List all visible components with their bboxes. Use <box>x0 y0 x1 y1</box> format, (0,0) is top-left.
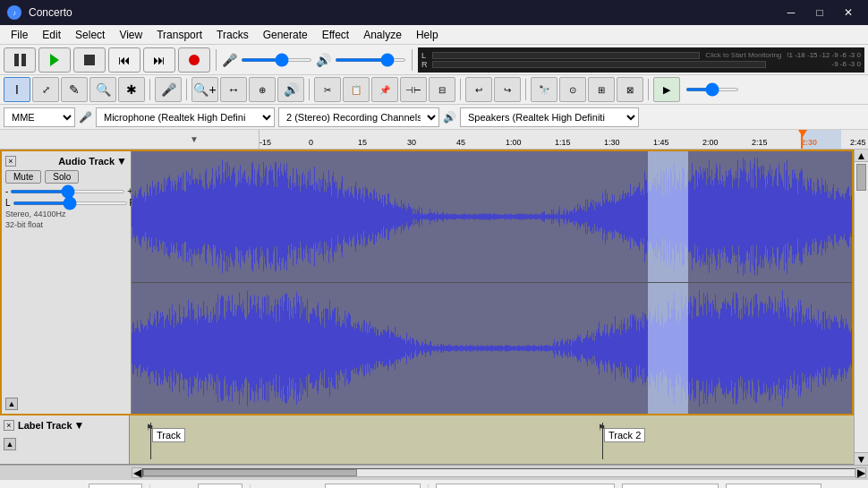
app-title: Concerto <box>29 6 779 19</box>
playback-speed-slider[interactable] <box>685 88 739 91</box>
audio-track-close[interactable]: × <box>5 156 16 167</box>
channels-select[interactable]: 2 (Stereo) Recording Channels <box>278 107 439 127</box>
waveform-canvas-element-bottom <box>132 283 852 414</box>
mic-tool-button[interactable]: 🎤 <box>155 77 182 102</box>
silence-button[interactable]: ⊟ <box>429 77 455 102</box>
ruler-tick-215: 2:15 <box>752 138 768 147</box>
timeline-ruler[interactable]: ▼ -15 0 15 30 45 1:00 1:15 1:30 1:45 2:0… <box>0 130 868 150</box>
label-track-name-area[interactable]: Label Track ▼ <box>18 419 84 432</box>
mic-icon-toolbar: 🎤 <box>79 111 92 124</box>
audio-track-waveform[interactable]: 1.0 0.0 -1.0 1.0 <box>132 151 852 414</box>
play-button[interactable] <box>38 47 71 73</box>
label-line2 <box>602 423 603 459</box>
hscroll-right-button[interactable]: ▶ <box>855 467 866 478</box>
hscroll-left-button[interactable]: ◀ <box>132 467 142 478</box>
envelope-tool-button[interactable]: ⤢ <box>32 77 59 102</box>
multi-tool-button[interactable]: ✱ <box>118 77 145 102</box>
vu-meter: L Click to Start Monitoring !1 -18 -15 -… <box>418 47 864 73</box>
zoom-in-button[interactable]: 🔍+ <box>191 77 218 102</box>
copy-button[interactable]: 📋 <box>343 77 370 102</box>
vscroll-down-button[interactable]: ▼ <box>855 452 868 465</box>
speaker-icon: 🔊 <box>316 53 331 67</box>
audio-track-name-area[interactable]: Audio Track ▼ <box>58 155 127 167</box>
skip-prev-button[interactable]: ⏮ <box>108 47 140 73</box>
titlebar: ♪ Concerto ─ □ ✕ <box>0 0 868 25</box>
zoom-out-button[interactable]: 🔭 <box>531 77 557 102</box>
hscroll-track <box>142 468 855 477</box>
play-speed-button[interactable]: ▶ <box>653 77 680 102</box>
toolbar-separator <box>216 49 217 71</box>
input-level-slider[interactable] <box>241 58 312 62</box>
zoom-sel-button[interactable]: ⊕ <box>249 77 276 102</box>
redo-button[interactable]: ↪ <box>494 77 521 102</box>
select-tool-button[interactable]: I <box>4 77 30 102</box>
sep5 <box>525 79 526 100</box>
waveform-canvas-top <box>132 151 852 282</box>
pause-button[interactable] <box>4 47 36 73</box>
menu-generate[interactable]: Generate <box>256 27 315 43</box>
speaker-tool-button[interactable]: 🔊 <box>277 77 304 102</box>
output-level-slider[interactable] <box>335 58 406 62</box>
mute-button[interactable]: Mute <box>5 170 41 184</box>
zoom-fit-button[interactable]: ↔ <box>220 77 247 102</box>
zoom-custom-button[interactable]: ⊠ <box>617 77 643 102</box>
label-line1 <box>150 423 151 459</box>
menu-edit[interactable]: Edit <box>35 27 68 43</box>
audio-track-dropdown-icon: ▼ <box>116 155 127 167</box>
trim-button[interactable]: ⊣⊢ <box>400 77 427 102</box>
ruler-label-area: ▼ <box>130 130 260 149</box>
vu-monitor-label: Click to Start Monitoring <box>705 51 781 59</box>
selection-mode-select[interactable]: Start and End of Selection <box>436 484 615 489</box>
playhead-arrow <box>798 130 807 137</box>
ruler-tick-145: 1:45 <box>653 138 669 147</box>
vscroll-thumb[interactable] <box>856 164 866 191</box>
audio-track-collapse[interactable]: ▲ <box>5 398 18 410</box>
speaker-select[interactable]: Speakers (Realtek High Definiti <box>460 107 639 127</box>
audio-channel-top: 1.0 0.0 -1.0 <box>132 151 852 283</box>
close-button[interactable]: ✕ <box>836 4 861 21</box>
vscroll-up-button[interactable]: ▲ <box>855 150 868 162</box>
menu-help[interactable]: Help <box>409 27 446 43</box>
tracks-with-scroll: × Audio Track ▼ Mute Solo - + <box>0 150 868 465</box>
solo-button[interactable]: Solo <box>45 170 79 184</box>
gain-control: - + <box>5 186 127 196</box>
playhead <box>801 130 803 149</box>
label-track-close[interactable]: × <box>4 420 14 431</box>
menu-effect[interactable]: Effect <box>315 27 356 43</box>
ruler-tick-15: 15 <box>358 138 367 147</box>
undo-button[interactable]: ↩ <box>465 77 492 102</box>
pencil-tool-button[interactable]: ✎ <box>61 77 88 102</box>
menu-view[interactable]: View <box>112 27 149 43</box>
menu-transport[interactable]: Transport <box>149 27 209 43</box>
zoom-tool-button[interactable]: 🔍 <box>89 77 116 102</box>
minimize-button[interactable]: ─ <box>779 4 804 21</box>
skip-next-button[interactable]: ⏭ <box>143 47 175 73</box>
vu-bar-left: L Click to Start Monitoring !1 -18 -15 -… <box>421 51 861 60</box>
pan-left-label: L <box>5 198 11 208</box>
menu-tracks[interactable]: Tracks <box>209 27 256 43</box>
zoom-toggle-button[interactable]: ⊞ <box>588 77 615 102</box>
label-track-collapse[interactable]: ▲ <box>4 438 16 450</box>
label-text1: Track <box>152 428 185 442</box>
pan-slider[interactable] <box>13 201 128 205</box>
hscrollbar: ◀ ▶ <box>0 465 868 479</box>
hscroll-thumb[interactable] <box>143 469 357 476</box>
menu-select[interactable]: Select <box>68 27 112 43</box>
microphone-select[interactable]: Microphone (Realtek High Defini <box>96 107 275 127</box>
zoom-normal-button[interactable]: ⊙ <box>559 77 586 102</box>
maximize-button[interactable]: □ <box>807 4 832 21</box>
stop-button[interactable] <box>73 47 106 73</box>
host-select[interactable]: MME <box>4 107 75 127</box>
menu-analyze[interactable]: Analyze <box>356 27 409 43</box>
snap-to-select[interactable]: Off <box>198 484 243 489</box>
project-rate-select[interactable]: 44100 <box>89 484 142 489</box>
cut-button[interactable]: ✂ <box>314 77 341 102</box>
menu-file[interactable]: File <box>4 27 35 43</box>
gain-slider[interactable] <box>10 190 125 193</box>
selection-highlight-top <box>648 151 688 282</box>
paste-button[interactable]: 📌 <box>371 77 398 102</box>
record-button[interactable] <box>178 47 210 73</box>
ruler-tick-245: 2:45 <box>850 138 866 147</box>
audio-pos-value: 00 h 02 m 23.653 s ▼ <box>325 484 421 489</box>
status-sep1 <box>149 484 150 489</box>
